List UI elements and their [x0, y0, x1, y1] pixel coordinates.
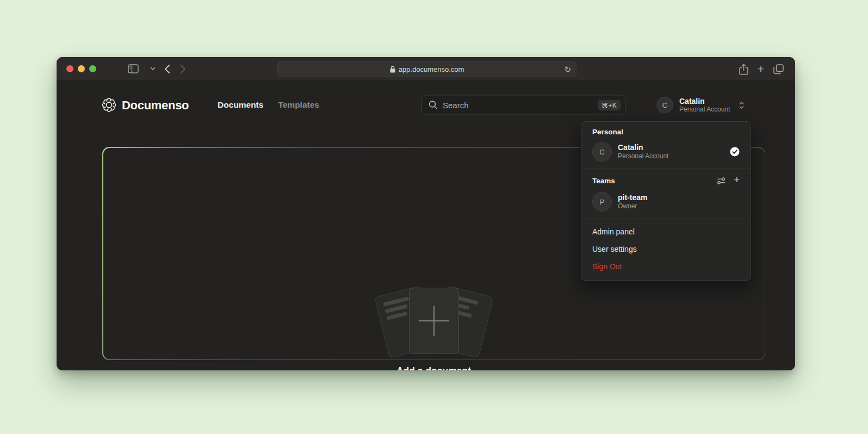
teams-section-label: Teams [592, 177, 615, 185]
documenso-logo-icon [102, 98, 116, 113]
document-cards-illustration [371, 288, 497, 356]
menu-section-personal: Personal C Catalin Personal Account [581, 122, 751, 169]
team-role: Owner [618, 202, 647, 210]
reload-icon[interactable]: ↻ [564, 65, 571, 75]
chevron-up-down-icon [738, 101, 745, 109]
search-shortcut-badge: ⌘+K [598, 100, 621, 110]
sidebar-toggle-icon[interactable] [128, 64, 139, 73]
avatar: C [592, 142, 612, 162]
team-name: pit-team [618, 193, 647, 202]
browser-window: app.documenso.com ↻ + [57, 57, 795, 370]
search-box[interactable]: ⌘+K [421, 95, 625, 115]
search-icon [429, 101, 438, 110]
account-menu: Personal C Catalin Personal Account Team… [581, 121, 751, 281]
account-name: Catalin [679, 97, 730, 106]
forward-button[interactable] [180, 64, 186, 74]
personal-account-subtitle: Personal Account [618, 152, 668, 160]
document-card-center [409, 288, 459, 354]
manage-teams-icon[interactable] [717, 177, 726, 185]
minimize-window-button[interactable] [78, 65, 85, 72]
toolbar-separator [145, 65, 145, 73]
plus-icon [419, 306, 449, 336]
nav-item-templates[interactable]: Templates [278, 100, 319, 110]
dropzone-content: Add a document Drag & drop your PDF here… [347, 288, 521, 371]
back-button[interactable] [164, 64, 170, 74]
search-input[interactable] [443, 101, 593, 110]
personal-account-row[interactable]: C Catalin Personal Account [592, 142, 740, 162]
menu-item-sign-out[interactable]: Sign Out [581, 258, 751, 275]
sidebar-options-chevron-icon[interactable] [150, 67, 156, 71]
address-text: app.documenso.com [399, 65, 464, 73]
nav-item-documents[interactable]: Documents [218, 100, 263, 110]
lock-icon [390, 66, 395, 73]
team-row[interactable]: P pit-team Owner [592, 192, 740, 212]
close-window-button[interactable] [66, 65, 73, 72]
avatar: C [656, 97, 673, 114]
browser-toolbar: app.documenso.com ↻ + [57, 57, 795, 81]
brand-wordmark: Documenso [122, 98, 189, 112]
account-type: Personal Account [679, 106, 730, 114]
account-switcher[interactable]: C Catalin Personal Account [656, 97, 745, 114]
team-avatar: P [592, 192, 612, 212]
main-nav: Documents Templates [218, 100, 319, 110]
share-icon[interactable] [739, 64, 748, 75]
tab-overview-icon[interactable] [773, 64, 784, 75]
new-tab-icon[interactable]: + [758, 63, 764, 76]
address-bar[interactable]: app.documenso.com ↻ [277, 61, 576, 77]
zoom-window-button[interactable] [89, 65, 96, 72]
personal-account-name: Catalin [618, 143, 668, 152]
traffic-lights [66, 65, 96, 72]
brand[interactable]: Documenso [102, 98, 189, 113]
menu-section-teams: Teams + P pit-team Owner [581, 169, 751, 219]
dropzone-title: Add a document [347, 365, 521, 371]
create-team-icon[interactable]: + [734, 175, 740, 186]
menu-items: Admin panel User settings Sign Out [581, 219, 751, 280]
menu-item-admin-panel[interactable]: Admin panel [581, 223, 751, 240]
personal-section-label: Personal [592, 128, 740, 136]
menu-item-user-settings[interactable]: User settings [581, 240, 751, 258]
selected-check-icon [730, 147, 740, 157]
